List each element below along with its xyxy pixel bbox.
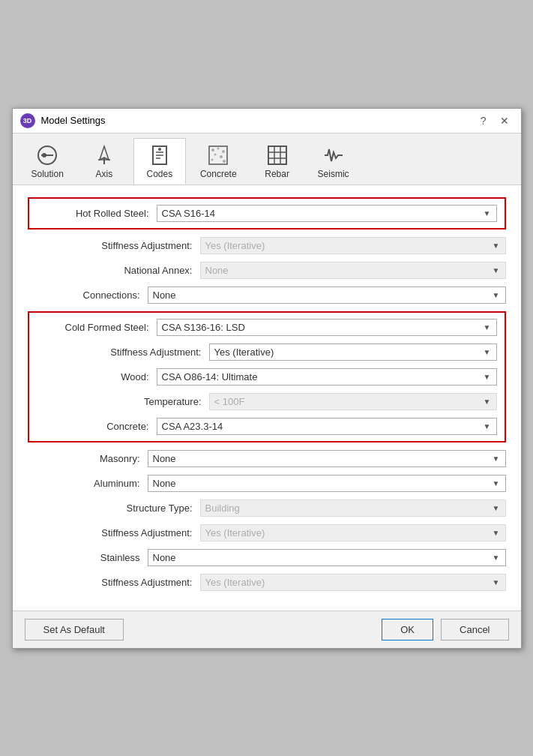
connections-label: Connections: — [28, 290, 148, 301]
stiffness-adj-1-wrapper: Yes (Iterative) — [200, 237, 506, 254]
masonry-label: Masonry: — [28, 453, 148, 464]
svg-point-13 — [217, 147, 220, 149]
national-annex-select[interactable]: None — [200, 262, 506, 279]
stiffness-adj-4-row: Stiffness Adjustment: Yes (Iterative) — [28, 574, 506, 591]
masonry-select[interactable]: None — [148, 450, 506, 467]
dialog-footer: Set As Default OK Cancel — [13, 610, 521, 648]
stiffness-adj-1-label: Stiffness Adjustment: — [28, 240, 200, 251]
stiffness-adj-3-select[interactable]: Yes (Iterative) — [200, 524, 506, 542]
hot-rolled-select[interactable]: CSA S16-14 — [157, 205, 497, 222]
cold-formed-row: Cold Formed Steel: CSA S136-16: LSD — [37, 319, 497, 336]
cancel-button[interactable]: Cancel — [441, 619, 508, 640]
masonry-row: Masonry: None — [28, 450, 506, 467]
tab-rebar[interactable]: Rebar — [251, 138, 304, 184]
concrete-icon — [206, 143, 230, 167]
stiffness-adj-3-label: Stiffness Adjustment: — [28, 527, 200, 538]
ok-button[interactable]: OK — [382, 619, 433, 640]
stiffness-adj-1-select[interactable]: Yes (Iterative) — [200, 237, 506, 254]
aluminum-select[interactable]: None — [148, 475, 506, 492]
rebar-icon — [265, 143, 289, 167]
hot-rolled-select-wrapper: CSA S16-14 — [157, 205, 497, 222]
tab-codes-label: Codes — [147, 169, 173, 179]
set-default-button[interactable]: Set As Default — [25, 619, 124, 640]
structure-type-label: Structure Type: — [28, 502, 200, 514]
structure-type-wrapper: Building — [200, 500, 506, 517]
tab-seismic[interactable]: Seismic — [307, 138, 361, 184]
wood-control: CSA O86-14: Ultimate — [157, 368, 497, 386]
stiffness-adj-1-control: Yes (Iterative) — [200, 237, 506, 254]
cold-formed-select[interactable]: CSA S136-16: LSD — [157, 319, 497, 336]
svg-point-14 — [222, 150, 225, 153]
stainless-label: Stainless — [28, 552, 148, 563]
concrete-row: Concrete: CSA A23.3-14 — [37, 418, 497, 435]
structure-type-row: Structure Type: Building — [28, 500, 506, 517]
hot-rolled-control: CSA S16-14 — [157, 205, 497, 222]
title-controls: ? ✕ — [476, 113, 514, 128]
svg-point-16 — [220, 155, 223, 158]
tab-solution-label: Solution — [31, 169, 64, 179]
close-button[interactable]: ✕ — [496, 113, 514, 128]
connections-control: None — [148, 286, 506, 304]
concrete-wrapper: CSA A23.3-14 — [157, 418, 497, 435]
cold-formed-wrapper: CSA S136-16: LSD — [157, 319, 497, 336]
temperature-control: < 100F — [209, 393, 497, 410]
aluminum-label: Aluminum: — [28, 478, 148, 489]
aluminum-control: None — [148, 475, 506, 492]
hot-rolled-group: Hot Rolled Steel: CSA S16-14 — [28, 197, 506, 230]
concrete-select[interactable]: CSA A23.3-14 — [157, 418, 497, 435]
connections-wrapper: None — [148, 286, 506, 304]
stainless-select[interactable]: None — [148, 549, 506, 566]
solution-icon — [35, 143, 59, 167]
tab-codes[interactable]: Codes — [133, 138, 186, 184]
concrete-control: CSA A23.3-14 — [157, 418, 497, 435]
stiffness-adj-4-select[interactable]: Yes (Iterative) — [200, 574, 506, 591]
temperature-select[interactable]: < 100F — [209, 393, 497, 410]
wood-row: Wood: CSA O86-14: Ultimate — [37, 368, 497, 386]
stiffness-adj-3-control: Yes (Iterative) — [200, 524, 506, 542]
concrete-label: Concrete: — [37, 421, 157, 432]
stainless-wrapper: None — [148, 549, 506, 566]
wood-wrapper: CSA O86-14: Ultimate — [157, 368, 497, 386]
temperature-label: Temperature: — [37, 396, 209, 407]
stainless-row: Stainless None — [28, 549, 506, 566]
svg-point-10 — [158, 148, 161, 151]
cold-formed-control: CSA S136-16: LSD — [157, 319, 497, 336]
help-button[interactable]: ? — [476, 113, 491, 128]
stainless-control: None — [148, 549, 506, 566]
svg-point-2 — [42, 153, 46, 158]
tab-solution[interactable]: Solution — [20, 138, 75, 184]
svg-point-12 — [211, 148, 214, 152]
svg-point-17 — [211, 158, 214, 160]
stiffness-adj-2-control: Yes (Iterative) — [209, 344, 497, 361]
masonry-wrapper: None — [148, 450, 506, 467]
stiffness-adj-4-control: Yes (Iterative) — [200, 574, 506, 591]
tab-axis[interactable]: Axis — [78, 138, 130, 184]
hot-rolled-label: Hot Rolled Steel: — [37, 208, 157, 219]
connections-row: Connections: None — [28, 286, 506, 304]
masonry-control: None — [148, 450, 506, 467]
cold-formed-group: Cold Formed Steel: CSA S136-16: LSD Stif… — [28, 311, 506, 442]
codes-icon — [148, 143, 172, 167]
stiffness-adj-2-wrapper: Yes (Iterative) — [209, 344, 497, 361]
connections-select[interactable]: None — [148, 286, 506, 304]
stiffness-adj-2-row: Stiffness Adjustment: Yes (Iterative) — [37, 344, 497, 361]
tab-axis-label: Axis — [96, 169, 113, 179]
tab-concrete[interactable]: Concrete — [189, 138, 248, 184]
structure-type-select[interactable]: Building — [200, 500, 506, 517]
title-bar: 3D Model Settings ? ✕ — [13, 109, 521, 134]
stiffness-adj-2-select[interactable]: Yes (Iterative) — [209, 344, 497, 361]
stiffness-adj-3-row: Stiffness Adjustment: Yes (Iterative) — [28, 524, 506, 542]
wood-label: Wood: — [37, 371, 157, 382]
cold-formed-label: Cold Formed Steel: — [37, 322, 157, 333]
temperature-row: Temperature: < 100F — [37, 393, 497, 410]
wood-select[interactable]: CSA O86-14: Ultimate — [157, 368, 497, 386]
dialog-title: Model Settings — [41, 115, 470, 126]
aluminum-row: Aluminum: None — [28, 475, 506, 492]
hot-rolled-row: Hot Rolled Steel: CSA S16-14 — [37, 205, 497, 222]
stiffness-adj-4-label: Stiffness Adjustment: — [28, 577, 200, 588]
national-annex-label: National Annex: — [28, 265, 200, 276]
seismic-icon — [322, 143, 346, 167]
svg-point-15 — [214, 153, 217, 155]
form-content: Hot Rolled Steel: CSA S16-14 Stiffness A… — [13, 185, 521, 610]
svg-point-18 — [223, 160, 226, 163]
